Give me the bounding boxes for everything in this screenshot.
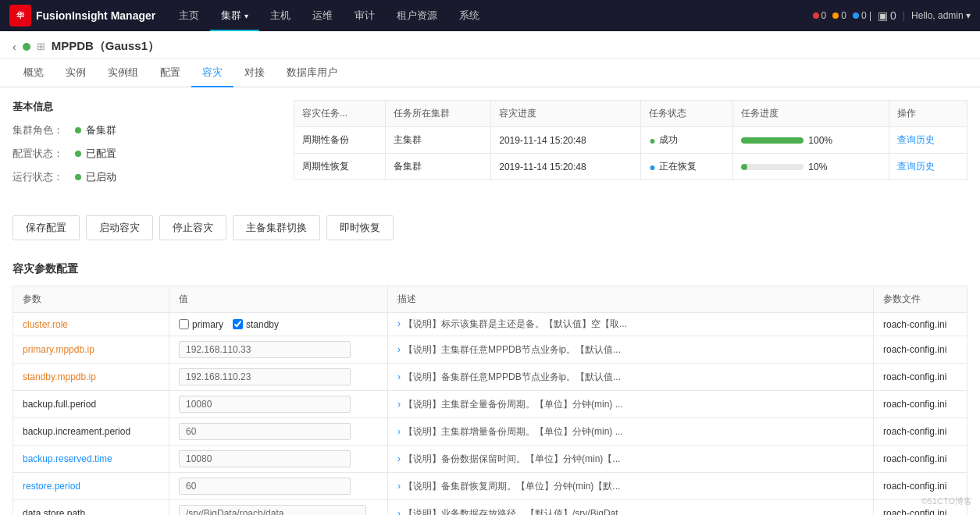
param-name-backup-reserved: backup.reserved.time bbox=[23, 453, 112, 464]
nav-home[interactable]: 主页 bbox=[168, 0, 210, 31]
tab-instance[interactable]: 实例 bbox=[55, 59, 97, 87]
screen-count: 0 bbox=[890, 9, 896, 22]
file-backup-reserved: roach-config.ini bbox=[883, 453, 946, 464]
blue-alert-icon bbox=[853, 12, 859, 19]
param-row-standby-ip: standby.mppdb.ip ›【说明】备集群任意MPPDB节点业务ip。【… bbox=[13, 364, 968, 391]
save-config-button[interactable]: 保存配置 bbox=[12, 215, 80, 240]
progress-wrap-2: 10% bbox=[741, 162, 881, 172]
switch-cluster-button[interactable]: 主备集群切换 bbox=[233, 215, 320, 240]
file-backup-full: roach-config.ini bbox=[883, 399, 946, 410]
run-status-value: 已启动 bbox=[75, 170, 116, 184]
file-data-store: roach-config.ini bbox=[883, 508, 946, 515]
th-task-status: 任务状态 bbox=[641, 101, 733, 127]
progress-fill-1 bbox=[741, 137, 804, 144]
query-history-link-1[interactable]: 查询历史 bbox=[897, 134, 935, 145]
alert-orange[interactable]: 0 bbox=[832, 10, 846, 21]
data-store-input[interactable] bbox=[179, 505, 366, 515]
th-time: 容灾进度 bbox=[491, 101, 641, 127]
param-row-cluster-role: cluster.role primary standby bbox=[13, 313, 968, 336]
progress-bar-1 bbox=[741, 137, 804, 144]
tab-db-user[interactable]: 数据库用户 bbox=[276, 59, 348, 87]
tab-connect[interactable]: 对接 bbox=[233, 59, 276, 87]
orange-alert-icon bbox=[832, 12, 839, 19]
standby-label: standby bbox=[246, 319, 279, 330]
nav-audit[interactable]: 审计 bbox=[344, 0, 386, 31]
nav-ops[interactable]: 运维 bbox=[301, 0, 344, 31]
desc-standby-ip: ›【说明】备集群任意MPPDB节点业务ip。【默认值... bbox=[397, 371, 621, 382]
red-alert-icon bbox=[813, 12, 819, 19]
red-alert-count: 0 bbox=[821, 10, 827, 21]
run-status-dot bbox=[75, 174, 81, 180]
th-param-name: 参数 bbox=[13, 286, 169, 313]
config-status-text: 已配置 bbox=[86, 147, 116, 161]
param-row-backup-inc: backup.increament.period ›【说明】主集群增量备份周期。… bbox=[13, 418, 968, 446]
desc-backup-reserved: ›【说明】备份数据保留时间。【单位】分钟(min)【... bbox=[397, 453, 620, 464]
param-name-restore: restore.period bbox=[23, 481, 80, 492]
desc-backup-inc: ›【说明】主集群增量备份周期。【单位】分钟(min) ... bbox=[397, 426, 623, 437]
progress-text-1: 100% bbox=[808, 135, 832, 146]
desc-backup-full: ›【说明】主集群全量备份周期。【单位】分钟(min) ... bbox=[397, 399, 623, 410]
backup-inc-input[interactable] bbox=[179, 423, 351, 440]
desc-cluster-role: ›【说明】标示该集群是主还是备。【默认值】空【取... bbox=[397, 318, 627, 329]
param-row-restore: restore.period ›【说明】备集群恢复周期。【单位】分钟(min)【… bbox=[13, 473, 968, 500]
alert-red[interactable]: 0 bbox=[813, 10, 827, 21]
tab-config[interactable]: 配置 bbox=[149, 59, 191, 87]
task-table: 容灾任务... 任务所在集群 容灾进度 任务状态 任务进度 操作 周期性备份 主… bbox=[294, 100, 968, 180]
app-logo: 华 FusionInsight Manager bbox=[9, 5, 155, 27]
start-dr-button[interactable]: 启动容灾 bbox=[86, 215, 153, 240]
primary-ip-input[interactable] bbox=[179, 341, 351, 358]
progress-bar-2 bbox=[741, 164, 804, 170]
backup-reserved-input[interactable] bbox=[179, 450, 351, 467]
watermark: ©51CTO博客 bbox=[921, 495, 972, 507]
param-row-data-store: data.store.path ›【说明】业务数据存放路径。【默认值】/srv/… bbox=[13, 500, 968, 516]
basic-info-panel: 基本信息 集群角色： 备集群 配置状态： 已配置 运行状态： bbox=[12, 100, 278, 194]
tab-instance-group[interactable]: 实例组 bbox=[97, 59, 149, 87]
sub-tabs: 概览 实例 实例组 配置 容灾 对接 数据库用户 bbox=[0, 59, 980, 87]
config-status-label: 配置状态： bbox=[12, 147, 75, 161]
page-title: MPPDB（Gauss1） bbox=[52, 39, 159, 54]
param-name-primary-ip: primary.mppdb.ip bbox=[23, 344, 94, 355]
screen-alert[interactable]: ▣ 0 bbox=[878, 9, 896, 22]
query-history-link-2[interactable]: 查询历史 bbox=[897, 161, 935, 172]
standby-checkbox[interactable] bbox=[233, 319, 243, 329]
param-row-backup-full: backup.full.period ›【说明】主集群全量备份周期。【单位】分钟… bbox=[13, 391, 968, 418]
task-row-2: 周期性恢复 备集群 2019-11-14 15:20:48 ● 正在恢复 bbox=[294, 154, 968, 180]
desc-primary-ip: ›【说明】主集群任意MPPDB节点业务ip。【默认值... bbox=[397, 344, 621, 355]
standby-ip-input[interactable] bbox=[179, 368, 351, 385]
recovering-icon: ● bbox=[649, 161, 655, 173]
task-status-1: ● 成功 bbox=[641, 127, 733, 154]
nav-system[interactable]: 系统 bbox=[448, 0, 490, 31]
desc-data-store: ›【说明】业务数据存放路径。【默认值】/srv/BigDat... bbox=[397, 508, 626, 516]
task-cluster-2: 备集群 bbox=[386, 154, 491, 180]
tab-overview[interactable]: 概览 bbox=[12, 59, 55, 87]
config-status-row: 配置状态： 已配置 bbox=[12, 147, 278, 161]
file-cluster-role: roach-config.ini bbox=[883, 319, 946, 330]
backup-full-input[interactable] bbox=[179, 396, 351, 413]
tab-dr[interactable]: 容灾 bbox=[191, 59, 233, 87]
restore-input[interactable] bbox=[179, 478, 351, 495]
task-row-1: 周期性备份 主集群 2019-11-14 15:20:48 ● 成功 bbox=[294, 127, 968, 154]
back-button[interactable]: ‹ bbox=[12, 41, 16, 53]
stop-dr-button[interactable]: 停止容灾 bbox=[159, 215, 226, 240]
run-status-label: 运行状态： bbox=[12, 170, 75, 184]
top-navigation: 华 FusionInsight Manager 主页 集群 ▾ 主机 运维 审计… bbox=[0, 0, 980, 31]
nav-tenant[interactable]: 租户资源 bbox=[386, 0, 448, 31]
screen-icon: ▣ bbox=[878, 9, 888, 22]
alert-blue[interactable]: 0 | bbox=[853, 10, 871, 21]
app-title: FusionInsight Manager bbox=[36, 9, 155, 22]
user-menu[interactable]: Hello, admin ▾ bbox=[911, 10, 971, 21]
primary-checkbox[interactable] bbox=[179, 319, 189, 329]
param-row-backup-reserved: backup.reserved.time ›【说明】备份数据保留时间。【单位】分… bbox=[13, 446, 968, 473]
task-status-success: ● 成功 bbox=[649, 133, 725, 147]
nav-alerts: 0 0 0 | ▣ 0 | Hello, admin ▾ bbox=[813, 9, 971, 22]
file-standby-ip: roach-config.ini bbox=[883, 371, 946, 382]
orange-alert-count: 0 bbox=[841, 10, 846, 21]
nav-cluster[interactable]: 集群 ▾ bbox=[210, 0, 259, 31]
progress-fill-2 bbox=[741, 164, 747, 170]
task-action-2[interactable]: 查询历史 bbox=[889, 154, 967, 180]
task-action-1[interactable]: 查询历史 bbox=[889, 127, 967, 154]
run-status-text: 已启动 bbox=[86, 170, 116, 184]
nav-host[interactable]: 主机 bbox=[259, 0, 301, 31]
th-param-value: 值 bbox=[169, 286, 388, 313]
immediate-restore-button[interactable]: 即时恢复 bbox=[326, 215, 394, 240]
